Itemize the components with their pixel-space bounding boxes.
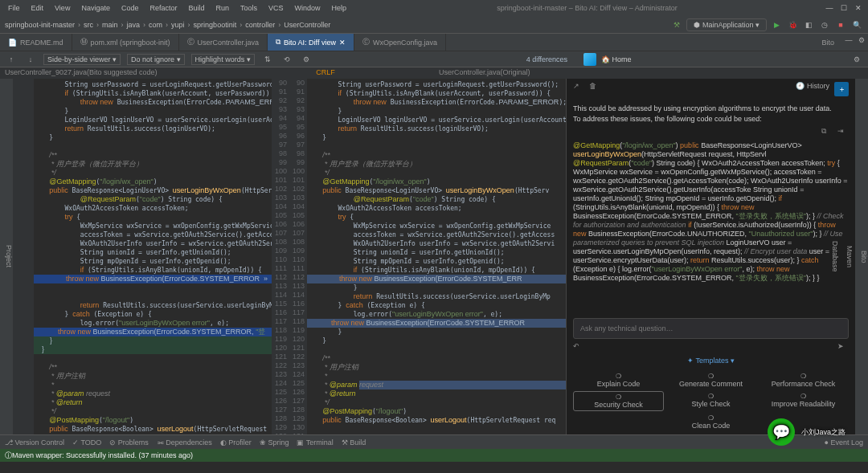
action-security[interactable]: ❍Security Check — [573, 391, 664, 411]
window-title: springboot-init-master – Bito AI: Diff v… — [353, 2, 821, 14]
coverage-icon[interactable]: ◧ — [802, 18, 815, 31]
statusbar: ⎇ Version Control ✓ TODO ⊘ Problems ⫘ De… — [0, 434, 868, 449]
action-explain[interactable]: ❍Explain Code — [573, 371, 664, 389]
tab-diff[interactable]: ⧉ Bito AI: Diff view ✕ — [268, 34, 354, 51]
collapse-icon[interactable]: ⇅ — [261, 53, 274, 66]
bito-input[interactable]: Ask any technical question… — [573, 318, 849, 339]
mid-gutter: 90 91 92 93 94 95 96 97 98 99 100 101 10… — [272, 79, 307, 434]
menubar: File Edit View Navigate Code Refactor Bu… — [0, 0, 868, 16]
left-tool-strip[interactable]: Project Bookmarks Structure — [0, 79, 13, 434]
share-icon[interactable]: ↗ — [573, 82, 584, 93]
diff-headers: UserController_9027.java(Bito suggested … — [0, 67, 868, 79]
gear-icon[interactable]: ⚙ — [855, 34, 868, 47]
crlf-label: CRLF — [217, 67, 434, 79]
templates-toggle[interactable]: ✦ Templates ▾ — [567, 353, 855, 368]
right-code-pane: String userPassword = userLoginRequest.g… — [307, 79, 566, 434]
editor-tabs: 📄 README.md Ⓜ pom.xml (springboot-init) … — [0, 34, 868, 51]
run-icon[interactable]: ▶ — [770, 18, 783, 31]
tab-readme[interactable]: 📄 README.md — [0, 34, 72, 51]
status-deps[interactable]: ⫘ Dependencies — [157, 438, 212, 446]
bito-settings-icon[interactable]: ⚙ — [850, 53, 863, 66]
bito-title-tab: Bito — [813, 34, 842, 51]
diff-toolbar: ↑ ↓ Side-by-side viewer ▾ Do not ignore … — [0, 51, 868, 67]
trash-icon[interactable]: 🗑 — [589, 82, 600, 93]
crumb[interactable]: springbootinit — [194, 21, 237, 29]
diff-count: 4 differences — [526, 55, 567, 63]
settings-icon[interactable]: ⚙ — [300, 53, 313, 66]
crumb[interactable]: src — [84, 21, 93, 29]
menu-vcs[interactable]: VCS — [264, 2, 289, 14]
bito-explain-1: This could be addressed by using encrypt… — [573, 104, 849, 113]
menu-file[interactable]: File — [3, 2, 25, 14]
status-spring[interactable]: ❀ Spring — [260, 438, 289, 446]
maximize-icon[interactable]: ☐ — [837, 2, 850, 14]
bito-explain-2: To address these issues, the following c… — [573, 115, 849, 124]
action-style[interactable]: ❍Style Check — [665, 391, 756, 411]
highlight-dropdown[interactable]: Highlight words ▾ — [191, 54, 255, 65]
status-profiler[interactable]: ◐ Profiler — [220, 438, 252, 446]
status-todo[interactable]: ✓ TODO — [72, 438, 101, 446]
crumb[interactable]: com — [149, 21, 162, 29]
next-diff-icon[interactable]: ↓ — [24, 53, 37, 66]
project-toolwin[interactable]: Project — [5, 82, 13, 431]
tab-pom[interactable]: Ⓜ pom.xml (springboot-init) — [72, 34, 179, 51]
bito-panel: ↗ 🗑 🕘 History ＋ This could be addressed … — [566, 79, 855, 434]
status-problems[interactable]: ⊘ Problems — [109, 438, 149, 446]
bito-home-tab[interactable]: 🏠 Home — [601, 55, 632, 63]
build-icon[interactable]: ⚒ — [670, 18, 683, 31]
breadcrumb: springboot-init-master› src› main› java›… — [5, 21, 330, 29]
profile-icon[interactable]: ◷ — [818, 18, 831, 31]
debug-icon[interactable]: 🐞 — [786, 18, 799, 31]
crumb[interactable]: springboot-init-master — [5, 21, 75, 29]
right-file-label: UserController.java(Original) — [434, 67, 651, 79]
menu-navigate[interactable]: Navigate — [76, 2, 115, 14]
menu-window[interactable]: Window — [290, 2, 326, 14]
minimize-icon[interactable]: — — [823, 2, 836, 14]
crumb[interactable]: main — [102, 21, 118, 29]
right-tool-strip[interactable]: Bito Maven Database — [855, 79, 868, 434]
crumb[interactable]: java — [127, 21, 141, 29]
hide-icon[interactable]: — — [842, 34, 855, 47]
action-comment[interactable]: ❍Generate Comment — [665, 371, 756, 389]
history-button[interactable]: 🕘 History — [796, 82, 829, 96]
menu-refactor[interactable]: Refactor — [145, 2, 182, 14]
ignore-dropdown[interactable]: Do not ignore ▾ — [127, 54, 185, 65]
menu-run[interactable]: Run — [211, 2, 234, 14]
bito-logo-icon — [583, 53, 596, 66]
sync-icon[interactable]: ⟲ — [280, 53, 293, 66]
wechat-icon: 💬 — [768, 418, 795, 446]
menu-edit[interactable]: Edit — [27, 2, 49, 14]
watermark: 💬 小刘Java之路 — [768, 418, 845, 446]
status-vcs[interactable]: ⎇ Version Control — [5, 438, 64, 446]
crumb[interactable]: controller — [245, 21, 275, 29]
left-gutter — [13, 79, 34, 434]
navbar: springboot-init-master› src› main› java›… — [0, 16, 868, 34]
left-code[interactable]: String userPassword = userLoginRequest.g… — [34, 79, 272, 434]
left-file-label: UserController_9027.java(Bito suggested … — [0, 67, 217, 79]
close-icon[interactable]: ✕ — [852, 2, 865, 14]
bito-toolwin[interactable]: Bito — [860, 82, 868, 431]
status-build[interactable]: ⚒ Build — [342, 438, 366, 446]
menu-code[interactable]: Code — [117, 2, 144, 14]
search-icon[interactable]: 🔍 — [850, 18, 863, 31]
tab-usercontroller[interactable]: Ⓒ UserController.java — [179, 34, 268, 51]
bito-code-block[interactable]: @GetMapping("/login/wx_open") public Bas… — [573, 141, 849, 283]
tab-wxopenconfig[interactable]: Ⓒ WxOpenConfig.java — [354, 34, 446, 51]
run-config-dropdown[interactable]: ⬢ MainApplication ▾ — [686, 18, 767, 31]
maven-toolwin[interactable]: Maven — [845, 82, 854, 431]
menu-tools[interactable]: Tools — [235, 2, 262, 14]
crumb[interactable]: yupi — [171, 21, 185, 29]
prev-diff-icon[interactable]: ↑ — [5, 53, 18, 66]
message-bar: ⓘ Maven wrapper: Successfully installed.… — [0, 449, 868, 462]
undo-icon[interactable]: ↶ — [573, 342, 584, 353]
menu-help[interactable]: Help — [327, 2, 352, 14]
database-toolwin[interactable]: Database — [831, 82, 839, 431]
view-mode-dropdown[interactable]: Side-by-side viewer ▾ — [43, 54, 121, 65]
stop-icon[interactable]: ■ — [834, 18, 847, 31]
status-terminal[interactable]: ▣ Terminal — [297, 438, 333, 446]
menu-view[interactable]: View — [50, 2, 75, 14]
right-code[interactable]: String userPassword = userLoginRequest.g… — [307, 79, 566, 434]
menu-build[interactable]: Build — [183, 2, 209, 14]
crumb[interactable]: UserController — [284, 21, 330, 29]
left-code-pane: String userPassword = userLoginRequest.g… — [13, 79, 272, 434]
